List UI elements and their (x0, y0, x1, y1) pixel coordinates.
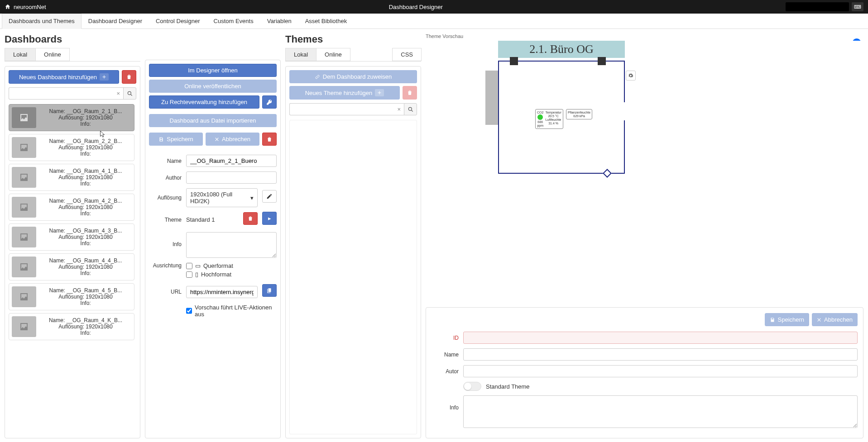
search-button[interactable] (123, 87, 136, 100)
chevron-down-icon: ▾ (250, 195, 254, 201)
theme-search-input[interactable] (289, 103, 405, 115)
dashboard-info: Info: (40, 270, 131, 276)
link-icon (315, 74, 320, 80)
preview-header: Theme Vorschau (426, 33, 863, 39)
play-icon: ▸ (268, 215, 271, 222)
dashboards-subtabs: Lokal Online (5, 48, 140, 62)
copy-url-button[interactable] (262, 284, 277, 297)
trash-icon (126, 74, 132, 80)
cancel-button[interactable]: Abbrechen (206, 133, 259, 146)
dashboard-name: Name: __OG_Raum_2_1_B... (40, 108, 131, 114)
dashboard-item[interactable]: Name: __OG_Raum_4_1_B... Auflösung: 1920… (9, 164, 134, 191)
room-title: 2.1. Büro OG (498, 41, 625, 58)
tab-dashboard-designer[interactable]: Dashboard Designer (82, 14, 149, 29)
dashboard-meta: Name: __OG_Raum_4_1_B... Auflösung: 1920… (40, 168, 131, 187)
dashboard-item[interactable]: Name: __OG_Raum_2_1_B... Auflösung: 1920… (9, 104, 134, 131)
assign-theme-button[interactable]: Dem Dashboard zuweisen (289, 70, 417, 83)
close-icon (817, 318, 821, 322)
sensor-widget[interactable]: CO2 686 ppm Temperatur 20.5 °C Luftfeuch… (535, 109, 563, 129)
info-textarea[interactable] (186, 232, 277, 258)
top-search-box[interactable] (786, 2, 849, 11)
add-dashboard-button[interactable]: Neues Dashboard hinzufügen (9, 70, 119, 84)
theme-cancel-label: Abbrechen (824, 316, 853, 323)
publish-online-button[interactable]: Online veröffentlichen (149, 80, 277, 93)
dashboard-item[interactable]: Name: __OG_Raum_4_2_B... Auflösung: 1920… (9, 194, 134, 221)
tab-variablen[interactable]: Variablen (260, 14, 298, 29)
import-from-file-button[interactable]: Dashboard aus Datei importieren (149, 114, 277, 127)
dashboard-meta: Name: __OG_Raum_4_4_B... Auflösung: 1920… (40, 257, 131, 276)
save-button[interactable]: Speichern (149, 133, 203, 146)
sensor-widget-2[interactable]: Pflanzenfeuchte 629 kPa (566, 109, 592, 119)
dashboard-search-input[interactable] (9, 87, 124, 100)
settings-gear-button[interactable] (626, 71, 636, 81)
co2-value: 686 (537, 120, 543, 124)
dashboard-item[interactable]: Name: __OG_Raum_4_3_B... Auflösung: 1920… (9, 223, 134, 251)
add-dashboard-label: Neues Dashboard hinzufügen (19, 74, 97, 81)
theme-id-label: ID (432, 335, 459, 341)
theme-id-input[interactable] (463, 332, 858, 344)
remove-theme-button[interactable] (243, 212, 258, 225)
dashboard-thumb-icon (12, 197, 36, 218)
subtab-online[interactable]: Online (35, 48, 70, 61)
delete-dashboard-button[interactable] (122, 70, 136, 84)
dashboard-resolution: Auflösung: 1920x1080 (40, 114, 131, 121)
standard-theme-toggle[interactable] (463, 382, 481, 391)
delete-editor-button[interactable] (262, 133, 277, 146)
theme-list[interactable] (289, 120, 417, 434)
theme-save-button[interactable]: Speichern (765, 313, 810, 326)
tab-asset-bibliothek[interactable]: Asset Bibliothek (298, 14, 354, 29)
open-theme-button[interactable]: ▸ (262, 212, 277, 225)
search-button[interactable] (404, 103, 417, 115)
live-preview-label: Vorschau führt LIVE-Aktionen aus (195, 304, 277, 318)
dashboard-list[interactable]: Name: __OG_Raum_2_1_B... Auflösung: 1920… (9, 104, 136, 340)
delete-theme-button[interactable] (403, 86, 417, 100)
theme-info-textarea[interactable] (463, 395, 858, 428)
resolution-select[interactable]: 1920x1080 (Full HD/2K) ▾ (186, 188, 258, 207)
tab-custom-events[interactable]: Custom Events (207, 14, 260, 29)
name-input[interactable] (186, 155, 277, 167)
theme-author-input[interactable] (463, 365, 858, 377)
dashboard-item[interactable]: Name: __OG_Raum_2_2_B... Auflösung: 1920… (9, 134, 134, 161)
portrait-checkbox[interactable] (186, 271, 192, 278)
save-icon (770, 317, 775, 323)
clear-search-icon[interactable]: × (113, 87, 123, 100)
add-theme-button[interactable]: Neues Theme hinzufügen (289, 86, 400, 100)
url-input[interactable] (186, 286, 258, 298)
temp-label: Temperatur (545, 111, 561, 114)
landscape-checkbox[interactable] (186, 263, 192, 269)
dashboard-name: Name: __OG_Raum_4_5_B... (40, 287, 131, 294)
dashboard-name: Name: __OG_Raum_4_3_B... (40, 228, 131, 234)
dashboard-meta: Name: __OG_Raum_4_2_B... Auflösung: 1920… (40, 198, 131, 217)
portrait-label: Hochformat (201, 271, 231, 278)
live-preview-checkbox[interactable] (186, 308, 192, 314)
hum-label: Luftfeuchte (546, 118, 561, 121)
brand-name: neuroomNet (14, 4, 46, 10)
subtab-lokal[interactable]: Lokal (5, 48, 36, 61)
themes-subtab-lokal[interactable]: Lokal (285, 48, 317, 61)
tab-control-designer[interactable]: Control Designer (149, 14, 207, 29)
brand[interactable]: neuroomNet (5, 4, 46, 10)
copy-icon (266, 287, 273, 294)
landscape-label: Querformat (203, 262, 233, 269)
svg-point-0 (128, 91, 131, 95)
clear-search-icon[interactable]: × (394, 103, 404, 115)
dashboard-item[interactable]: Name: __OG_Raum_4_K_B... Auflösung: 1920… (9, 313, 134, 340)
edit-resolution-button[interactable] (262, 190, 277, 203)
tab-dashboards-themes[interactable]: Dashboards und Themes (2, 14, 82, 29)
open-in-designer-button[interactable]: Im Designer öffnen (149, 64, 277, 77)
rights-management-button[interactable]: Zu Rechteverwaltung hinzufügen (149, 95, 259, 109)
theme-name-input[interactable] (463, 348, 858, 361)
theme-cancel-button[interactable]: Abbrechen (812, 313, 858, 326)
door-marker-icon (598, 57, 606, 65)
key-button[interactable] (262, 95, 277, 109)
author-input[interactable] (186, 171, 277, 184)
themes-subtab-css[interactable]: CSS (392, 48, 422, 61)
add-theme-label: Neues Theme hinzufügen (305, 90, 373, 96)
dashboard-name: Name: __OG_Raum_4_1_B... (40, 168, 131, 174)
keyboard-icon[interactable]: ⌨ (852, 2, 863, 11)
dashboard-name: Name: __OG_Raum_2_2_B... (40, 138, 131, 144)
dashboard-item[interactable]: Name: __OG_Raum_4_5_B... Auflösung: 1920… (9, 283, 134, 310)
dashboard-item[interactable]: Name: __OG_Raum_4_4_B... Auflösung: 1920… (9, 253, 134, 280)
themes-subtab-online[interactable]: Online (316, 48, 350, 61)
plus-icon (375, 89, 384, 96)
